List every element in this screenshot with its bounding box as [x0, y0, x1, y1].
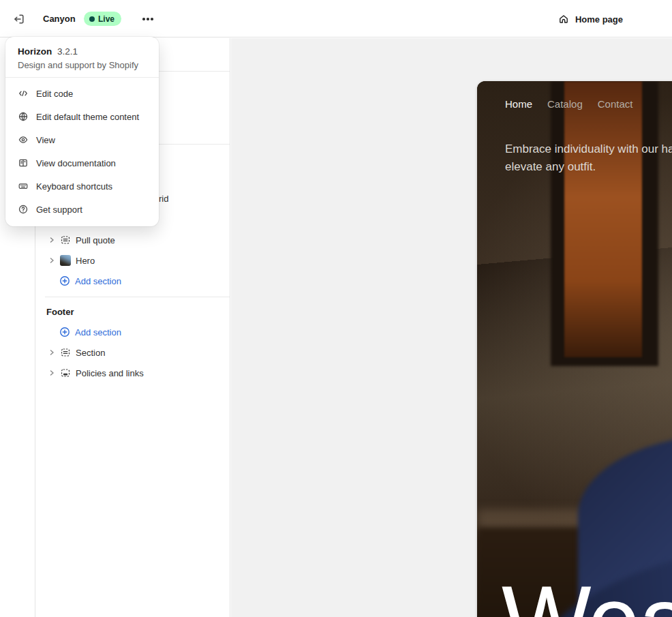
question-icon	[18, 204, 29, 215]
globe-icon	[18, 111, 29, 122]
chevron-right-icon[interactable]	[48, 369, 56, 377]
menu-item-get-support[interactable]: Get support	[5, 198, 159, 221]
preview-nav: Home Catalog Contact	[505, 98, 632, 110]
sidebar-item-truncated[interactable]: rid	[159, 194, 168, 204]
theme-editor: Canyon Live Home page rid	[0, 0, 672, 617]
hero-thumbnail	[60, 255, 71, 266]
theme-actions-dropdown: Horizon 3.2.1 Design and support by Shop…	[5, 37, 159, 226]
menu-item-label: Edit default theme content	[36, 112, 139, 122]
add-section-button[interactable]: Add section	[35, 273, 230, 288]
storefront-preview[interactable]: Home Catalog Contact BrimCo Embrace indi…	[477, 81, 672, 617]
plus-circle-icon	[59, 275, 70, 286]
add-section-label: Add section	[75, 276, 121, 286]
photo-wood-panel	[564, 81, 642, 357]
footer-group-heading: Footer	[46, 307, 74, 317]
dropdown-header: Horizon 3.2.1 Design and support by Shop…	[5, 46, 159, 77]
preview-hero-heading: Wear you	[502, 571, 672, 617]
menu-item-label: View documentation	[36, 158, 116, 168]
plus-circle-icon	[59, 327, 70, 337]
menu-item-view-documentation[interactable]: View documentation	[5, 151, 159, 175]
menu-item-label: Keyboard shortcuts	[36, 181, 112, 192]
preview-nav-contact[interactable]: Contact	[598, 98, 633, 110]
divider	[45, 297, 230, 297]
sidebar-item-section[interactable]: Section	[35, 345, 230, 360]
topbar: Canyon Live Home page	[0, 0, 672, 37]
sidebar-item-label: Hero	[76, 256, 95, 266]
theme-title-name: Horizon	[18, 46, 52, 57]
sidebar-item-hero[interactable]: Hero	[35, 253, 230, 268]
home-icon	[558, 13, 570, 25]
live-dot-icon	[89, 16, 95, 22]
menu-item-keyboard-shortcuts[interactable]: Keyboard shortcuts	[5, 175, 159, 198]
preview-nav-catalog[interactable]: Catalog	[547, 98, 583, 110]
menu-item-edit-default-theme-content[interactable]: Edit default theme content	[5, 105, 159, 128]
preview-tagline: Embrace individuality with our handcraft…	[505, 140, 672, 175]
footer-section-icon	[60, 367, 71, 378]
menu-item-edit-code[interactable]: Edit code	[5, 82, 159, 105]
theme-actions-menu-button[interactable]	[138, 11, 158, 27]
live-badge-label: Live	[98, 14, 114, 24]
preview-tagline-line2: elevate any outfit.	[505, 158, 672, 176]
chevron-right-icon[interactable]	[48, 348, 56, 357]
menu-item-label: Edit code	[36, 89, 73, 99]
code-icon	[18, 88, 29, 99]
chevron-right-icon[interactable]	[48, 236, 56, 244]
editor-canvas: Home Catalog Contact BrimCo Embrace indi…	[231, 38, 672, 617]
page-selector[interactable]: Home page	[555, 8, 626, 30]
sidebar-item-policies-and-links[interactable]: Policies and links	[35, 365, 230, 380]
sidebar-item-label: Policies and links	[76, 368, 144, 378]
section-icon	[60, 235, 71, 245]
menu-item-label: Get support	[36, 205, 82, 215]
keyboard-icon	[18, 181, 29, 192]
menu-item-label: View	[36, 135, 55, 145]
theme-title: Horizon 3.2.1	[18, 46, 148, 57]
preview-nav-home[interactable]: Home	[505, 98, 532, 110]
exit-editor-button[interactable]	[11, 11, 27, 27]
menu-item-view[interactable]: View	[5, 128, 159, 151]
chevron-right-icon[interactable]	[48, 256, 56, 265]
theme-version: 3.2.1	[57, 46, 78, 57]
add-section-button-footer[interactable]: Add section	[35, 325, 230, 340]
preview-tagline-line1: Embrace individuality with our handcraft…	[505, 140, 672, 158]
eye-icon	[18, 134, 29, 145]
page-selector-label: Home page	[575, 14, 623, 25]
sidebar-item-label: Section	[76, 348, 105, 358]
exit-icon	[12, 12, 26, 26]
section-icon	[60, 347, 71, 358]
add-section-label: Add section	[75, 327, 121, 337]
sidebar-item-label: Pull quote	[76, 235, 115, 245]
book-icon	[18, 157, 29, 168]
live-status-badge: Live	[84, 12, 121, 26]
sidebar-item-pull-quote[interactable]: Pull quote	[35, 232, 230, 247]
theme-name: Canyon	[43, 0, 76, 37]
theme-subtitle: Design and support by Shopify	[18, 60, 148, 70]
divider	[5, 77, 159, 78]
